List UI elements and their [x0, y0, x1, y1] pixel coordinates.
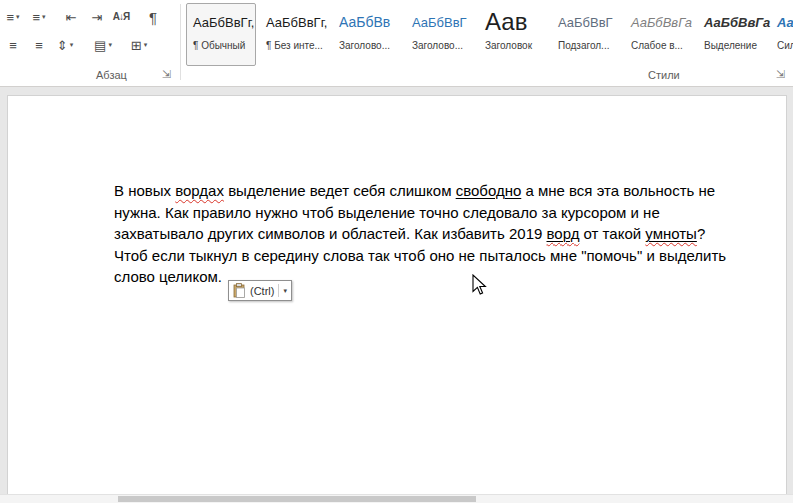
indent-decrease-button[interactable]: ⇤: [60, 6, 82, 28]
group-separator: [180, 4, 181, 80]
numbering-button[interactable]: ≡ ▾: [28, 6, 50, 28]
sort-icon: А↓Я: [113, 12, 129, 22]
underlined-word: ворд: [547, 225, 580, 242]
text-line: В новых вордах выделение ведет себя слиш…: [114, 180, 726, 202]
horizontal-scrollbar[interactable]: [0, 494, 793, 503]
chevron-down-icon: ▾: [108, 41, 112, 49]
clipboard-icon: [233, 283, 246, 298]
paragraph-dialog-launcher-icon[interactable]: ⇲: [162, 68, 171, 81]
bullets-icon: ≡: [6, 11, 14, 24]
underlined-word: умноты: [645, 225, 697, 242]
styles-gallery: АаБбВвГг, ¶ Обычный АаБбВвГг, ¶ Без инте…: [186, 3, 793, 66]
line-spacing-icon: ⇕: [57, 39, 68, 52]
paste-options-button[interactable]: (Ctrl) ▾: [228, 280, 292, 301]
style-intense-emphasis[interactable]: АаБбВвГ Сильное...: [770, 3, 793, 66]
style-subtle-emphasis[interactable]: АаБбВвГа Слабое в...: [624, 3, 694, 66]
text-line: захватывало других символов и областей. …: [114, 223, 726, 245]
divider: [278, 284, 279, 297]
style-no-spacing[interactable]: АаБбВвГг, ¶ Без инте...: [259, 3, 329, 66]
style-subtitle[interactable]: АаБбВвГ Подзагол...: [551, 3, 621, 66]
style-heading2[interactable]: АаБбВвГ Заголово...: [405, 3, 475, 66]
styles-group-label: Стили: [648, 69, 680, 81]
align-left-icon: ≡: [9, 39, 17, 52]
style-normal[interactable]: АаБбВвГг, ¶ Обычный: [186, 3, 256, 66]
text-line: слово целиком.: [114, 266, 726, 288]
styles-dialog-launcher-icon[interactable]: ⇲: [776, 68, 785, 81]
style-title[interactable]: Аав Заголовок: [478, 3, 548, 66]
line-spacing-button[interactable]: ⇕ ▾: [54, 34, 76, 56]
misspelled-word: ворд: [547, 225, 580, 242]
chevron-down-icon: ▾: [70, 41, 74, 49]
indent-increase-button[interactable]: ⇥: [86, 6, 108, 28]
document-area: В новых вордах выделение ведет себя слиш…: [0, 87, 793, 503]
underlined-word: свободно: [456, 182, 522, 199]
misspelled-word: вордах: [175, 182, 224, 199]
paste-options-label: (Ctrl): [250, 285, 274, 297]
indent-increase-icon: ⇥: [92, 11, 103, 24]
borders-button[interactable]: ⊞ ▾: [128, 34, 150, 56]
paragraph[interactable]: В новых вордах выделение ведет себя слиш…: [114, 180, 726, 288]
style-heading1[interactable]: АаБбВв Заголово...: [332, 3, 402, 66]
align-left-button[interactable]: ≡: [2, 34, 24, 56]
page[interactable]: В новых вордах выделение ведет себя слиш…: [7, 95, 787, 503]
shading-button[interactable]: ▤ ▾: [92, 34, 114, 56]
horizontal-scrollbar-thumb[interactable]: [118, 496, 476, 502]
text-line: нужна. Как правило нужно чтоб выделение …: [114, 202, 726, 224]
style-emphasis[interactable]: АаБбВвГа Выделение: [697, 3, 767, 66]
word-window: ≡ ▾ ≡ ▾ ⇤ ⇥ А↓Я ¶ ≡ ≡ ⇕ ▾ ▤: [0, 0, 793, 503]
chevron-down-icon[interactable]: ▾: [283, 287, 287, 295]
indent-decrease-icon: ⇤: [66, 11, 77, 24]
pilcrow-icon: ¶: [149, 10, 157, 25]
ribbon: ≡ ▾ ≡ ▾ ⇤ ⇥ А↓Я ¶ ≡ ≡ ⇕ ▾ ▤: [0, 0, 793, 87]
borders-icon: ⊞: [131, 39, 142, 52]
align-justify-icon: ≡: [35, 39, 43, 52]
chevron-down-icon: ▾: [42, 13, 46, 21]
align-justify-button[interactable]: ≡: [28, 34, 50, 56]
sort-button[interactable]: А↓Я: [110, 6, 132, 28]
mouse-cursor: [472, 274, 488, 296]
show-formatting-marks-button[interactable]: ¶: [142, 6, 164, 28]
chevron-down-icon: ▾: [16, 13, 20, 21]
numbering-icon: ≡: [32, 11, 40, 24]
bullets-button[interactable]: ≡ ▾: [2, 6, 24, 28]
shading-icon: ▤: [94, 39, 106, 52]
paragraph-group-label: Абзац: [96, 69, 127, 81]
text-line: Чтоб если тыкнул в середину слова так чт…: [114, 245, 726, 267]
chevron-down-icon: ▾: [144, 41, 148, 49]
misspelled-word: умноты: [645, 225, 697, 242]
